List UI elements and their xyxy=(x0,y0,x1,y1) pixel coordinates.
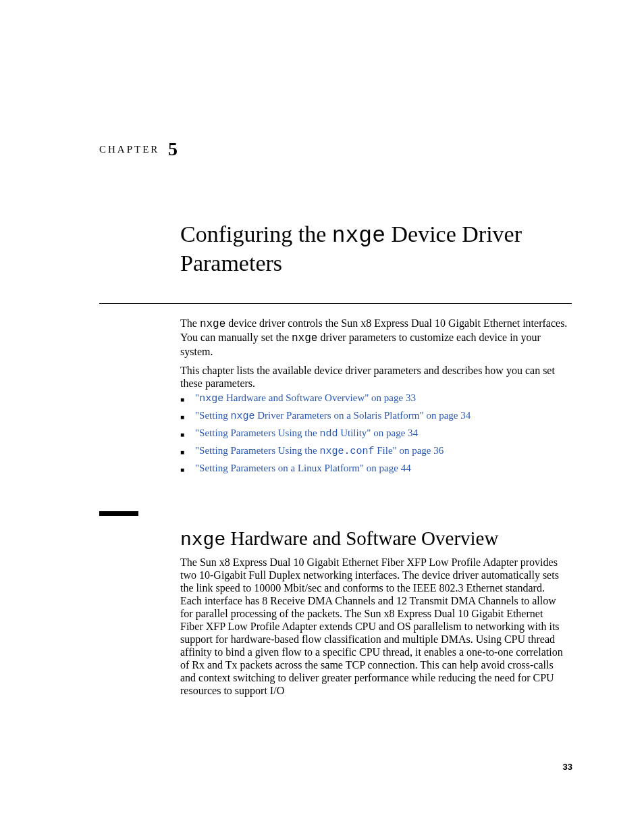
page-title: Configuring the nxge Device Driver Param… xyxy=(180,221,568,277)
code-text: nxge xyxy=(292,332,317,344)
heading-mono: nxge xyxy=(180,529,225,550)
title-mono: nxge xyxy=(332,224,385,249)
toc-item: "nxge Hardware and Software Overview" on… xyxy=(180,392,568,405)
toc-link[interactable]: "Setting Parameters Using the ndd Utilit… xyxy=(195,427,418,438)
text: "Setting Parameters Using the xyxy=(195,445,319,456)
toc-link[interactable]: "Setting nxge Driver Parameters on a Sol… xyxy=(195,410,471,421)
page-number: 33 xyxy=(563,762,572,772)
code-text: ndd xyxy=(319,428,338,440)
text: "Setting xyxy=(195,410,230,421)
section-marker-bar xyxy=(99,511,138,516)
intro-paragraph-2: This chapter lists the available device … xyxy=(180,364,568,390)
text: The xyxy=(180,317,200,329)
chapter-number: 5 xyxy=(168,138,178,159)
document-page: CHAPTER 5 Configuring the nxge Device Dr… xyxy=(0,0,644,834)
toc-link[interactable]: "nxge Hardware and Software Overview" on… xyxy=(195,392,416,403)
chapter-label-line: CHAPTER 5 xyxy=(99,138,178,160)
toc-link[interactable]: "Setting Parameters on a Linux Platform"… xyxy=(195,463,411,473)
section-heading: nxge Hardware and Software Overview xyxy=(180,527,585,552)
code-text: nxge.conf xyxy=(319,446,374,457)
text: Driver Parameters on a Solaris Platform"… xyxy=(254,410,471,421)
horizontal-rule xyxy=(99,303,572,304)
section-body-paragraph: The Sun x8 Express Dual 10 Gigabit Ether… xyxy=(180,556,568,697)
toc-item: "Setting nxge Driver Parameters on a Sol… xyxy=(180,409,568,423)
toc-item: "Setting Parameters on a Linux Platform"… xyxy=(180,462,568,475)
title-pre: Configuring the xyxy=(180,221,332,246)
code-text: nxge xyxy=(230,411,254,422)
text: "Setting Parameters on a Linux Platform"… xyxy=(195,463,411,473)
intro-paragraph-1: The nxge device driver controls the Sun … xyxy=(180,317,568,358)
text: Utility" on page 34 xyxy=(338,427,418,438)
heading-rest: Hardware and Software Overview xyxy=(225,527,498,549)
code-text: nxge xyxy=(199,393,223,405)
toc-list: "nxge Hardware and Software Overview" on… xyxy=(180,392,568,479)
chapter-word: CHAPTER xyxy=(99,144,159,155)
text: File" on page 36 xyxy=(374,445,444,456)
toc-item: "Setting Parameters Using the nxge.conf … xyxy=(180,444,568,458)
text: Hardware and Software Overview" on page … xyxy=(223,392,416,403)
toc-link[interactable]: "Setting Parameters Using the nxge.conf … xyxy=(195,445,444,456)
toc-item: "Setting Parameters Using the ndd Utilit… xyxy=(180,427,568,440)
code-text: nxge xyxy=(200,318,225,330)
text: "Setting Parameters Using the xyxy=(195,427,319,438)
